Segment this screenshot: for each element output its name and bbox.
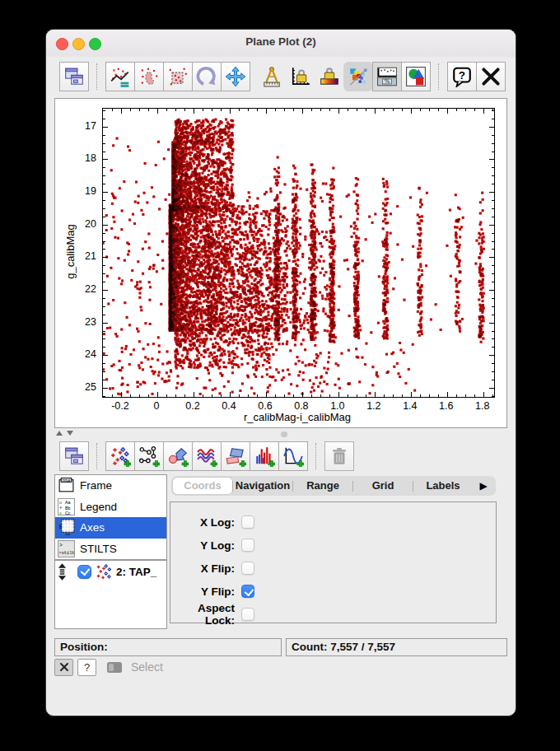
tab-coords[interactable]: Coords: [173, 478, 232, 494]
box-subset-button[interactable]: [163, 62, 193, 91]
trash-icon: [329, 445, 350, 467]
x-tick-label: 1.2: [357, 400, 390, 412]
x-tick-label: 1.8: [466, 400, 499, 412]
progress-button[interactable]: %: [372, 62, 402, 91]
window-control-icon: [63, 445, 85, 467]
x-log-checkbox[interactable]: [241, 515, 254, 529]
axes-icon: xxxyyy: [58, 519, 75, 536]
y-tick-label: 18: [67, 152, 96, 164]
x-tick-label: 1.0: [321, 400, 354, 412]
svg-text:xxx: xxx: [65, 533, 70, 537]
add-function-layer-icon: [282, 445, 304, 467]
y-log-label: Y Log:: [170, 539, 235, 552]
layer-visibility-checkbox[interactable]: [77, 565, 91, 579]
clear-icon: [59, 662, 69, 672]
pan-icon: [225, 66, 246, 87]
add-xyshape-layer-icon: [167, 445, 189, 467]
tree-item-axes[interactable]: xxxyyy Axes: [55, 517, 166, 539]
close-icon: [480, 66, 502, 87]
more-tabs-arrow-icon[interactable]: ▶: [473, 480, 494, 492]
splitter-grip[interactable]: [281, 431, 287, 437]
y-axis-title: g_calibMag: [64, 186, 77, 318]
svg-text:Aa: Aa: [65, 500, 72, 505]
export-button[interactable]: [401, 62, 431, 91]
x-flip-checkbox[interactable]: [241, 562, 254, 575]
splitter-bar[interactable]: [46, 429, 516, 439]
toolbar-separator: [96, 63, 98, 90]
toolbar-separator: [96, 443, 98, 469]
scatter-canvas[interactable]: [103, 109, 494, 397]
count-readout: Count: 7,557 / 7,557: [286, 638, 507, 656]
tree-item-label: Legend: [80, 501, 117, 513]
rescale-button[interactable]: [105, 62, 135, 91]
close-button[interactable]: [476, 62, 506, 91]
x-tick-label: 0: [140, 400, 173, 412]
x-log-label: X Log:: [170, 516, 235, 529]
x-tick-label: 0.8: [285, 400, 318, 412]
add-histogram-layer-button[interactable]: [250, 441, 279, 471]
tab-navigation[interactable]: Navigation: [233, 478, 292, 494]
layer-scatter-icon: [95, 562, 113, 581]
measure-button[interactable]: [257, 62, 287, 91]
tab-labels[interactable]: Labels: [413, 478, 473, 494]
y-flip-label: Y Flip:: [170, 585, 235, 598]
lock-aux-button[interactable]: [315, 62, 344, 91]
box-subset-icon: [167, 66, 189, 87]
tree-item-label: STILTS: [80, 543, 117, 555]
aspect-lock-checkbox[interactable]: [241, 608, 254, 621]
sketch-button[interactable]: [343, 62, 373, 91]
svg-text:>: >: [59, 543, 63, 548]
x-tick-label: 0.2: [176, 400, 209, 412]
footer-help-button[interactable]: ?: [77, 659, 96, 676]
y-tick-label: 23: [67, 316, 96, 328]
tree-item-legend[interactable]: oAa+BbxCc Legend: [55, 497, 166, 518]
add-spectrogram-layer-icon: [196, 445, 217, 467]
show-progress-icon: %: [376, 66, 398, 87]
lock-axes-button[interactable]: [286, 62, 315, 91]
x-tick-label: 1.6: [430, 400, 463, 412]
splitter-collapse-down-icon[interactable]: [67, 431, 73, 436]
svg-text:x: x: [59, 511, 62, 515]
sketch-frames-icon: [348, 66, 369, 87]
titlebar: Plane Plot (2): [46, 30, 516, 57]
svg-text:%: %: [385, 77, 390, 85]
y-tick-label: 25: [67, 381, 96, 393]
coords-panel: X Log: Y Log: X Flip: Y Flip: Aspect Loc…: [170, 501, 497, 623]
add-scatter-layer-button[interactable]: [105, 441, 135, 471]
tree-item-frame[interactable]: TITLE Frame: [55, 475, 166, 497]
add-pair-layer-button[interactable]: [134, 441, 164, 471]
svg-text:+: +: [59, 505, 63, 511]
svg-text:Cc: Cc: [65, 511, 71, 515]
window-control-button[interactable]: [59, 62, 89, 91]
measure-distance-icon: [261, 66, 282, 87]
plane-plot-window: Plane Plot (2): [45, 29, 516, 716]
tab-range[interactable]: Range: [293, 478, 352, 494]
replot-button[interactable]: [192, 62, 222, 91]
add-spectrogram-layer-button[interactable]: [192, 441, 222, 471]
select-label: Select: [131, 660, 163, 674]
plot-axes-box: [102, 108, 495, 398]
splitter-arrows[interactable]: [56, 431, 73, 436]
y-tick-label: 17: [67, 120, 96, 132]
clear-selection-button[interactable]: [54, 659, 73, 676]
frame-icon: TITLE: [58, 477, 75, 494]
tree-item-label: Frame: [80, 479, 112, 492]
tree-item-stilts[interactable]: >>stilts STILTS: [55, 539, 166, 560]
add-quad-layer-icon: [225, 445, 246, 467]
layer-row[interactable]: 2: TAP_: [55, 561, 166, 582]
y-flip-checkbox[interactable]: [241, 585, 254, 598]
x-tick-label: 0.6: [249, 400, 282, 412]
blob-subset-button[interactable]: [134, 62, 164, 91]
lock-axes-icon: [290, 66, 311, 87]
help-button[interactable]: ?: [447, 62, 477, 91]
window-control-button[interactable]: [59, 441, 89, 471]
y-log-checkbox[interactable]: [241, 539, 254, 552]
add-function-layer-button[interactable]: [278, 441, 308, 471]
add-xyshape-layer-button[interactable]: [163, 441, 193, 471]
pan-button[interactable]: [221, 62, 250, 91]
splitter-collapse-up-icon[interactable]: [56, 431, 63, 436]
reorder-updown-icon[interactable]: [57, 562, 68, 581]
add-quad-layer-button[interactable]: [221, 441, 250, 471]
tab-grid[interactable]: Grid: [353, 478, 413, 494]
delete-layer-button[interactable]: [324, 441, 354, 471]
